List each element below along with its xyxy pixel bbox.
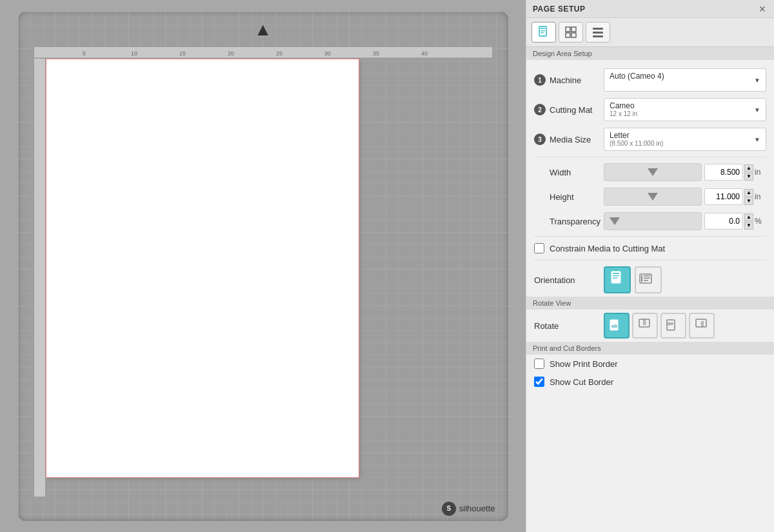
transparency-label-text: Transparency <box>534 217 599 226</box>
close-button[interactable]: ✕ <box>757 4 768 14</box>
width-row: Width ▲ ▼ in <box>526 160 774 184</box>
right-panel: PAGE SETUP ✕ <box>526 0 774 532</box>
width-input-group: ▲ ▼ in <box>704 164 766 181</box>
height-unit: in <box>755 192 766 201</box>
design-area-header: Design Area Setup <box>526 47 774 60</box>
show-print-border-checkbox[interactable] <box>534 359 544 369</box>
rotate-270-button[interactable]: ab <box>689 313 715 339</box>
rotate-buttons: ab ab ab <box>604 313 715 339</box>
machine-control[interactable]: Auto (Cameo 4) ▼ <box>604 68 766 92</box>
transparency-down-button[interactable]: ▼ <box>744 222 753 230</box>
portrait-button[interactable] <box>604 266 631 293</box>
width-unit: in <box>755 168 766 177</box>
svg-text:10: 10 <box>131 50 137 57</box>
svg-rect-27 <box>641 275 642 282</box>
silhouette-text: silhouette <box>459 504 495 513</box>
svg-rect-18 <box>571 33 576 37</box>
media-size-sub: (8.500 x 11.000 in) <box>610 140 663 148</box>
orientation-row: Orientation <box>526 263 774 297</box>
machine-dropdown[interactable]: Auto (Cameo 4) ▼ <box>604 68 766 92</box>
height-slider-thumb <box>648 193 658 201</box>
svg-text:5: 5 <box>83 50 86 57</box>
show-cut-border-label: Show Cut Border <box>550 377 613 387</box>
landscape-button[interactable] <box>635 266 662 293</box>
width-input[interactable] <box>704 164 743 181</box>
width-slider-thumb <box>648 168 658 176</box>
media-size-dropdown[interactable]: Letter (8.500 x 11.000 in) ▼ <box>604 128 766 151</box>
logo-area: S silhouette <box>442 502 495 516</box>
panel-tabs <box>526 18 774 47</box>
design-paper <box>46 59 359 478</box>
svg-text:20: 20 <box>228 50 234 57</box>
width-slider[interactable] <box>604 163 702 181</box>
cutting-mat: 5 10 15 20 25 30 35 40 ▲ S silhouette <box>18 12 508 521</box>
height-input[interactable] <box>704 188 743 205</box>
divider-2 <box>534 236 766 237</box>
rotate-180-icon: ab <box>665 317 682 334</box>
transparency-slider[interactable] <box>604 212 702 230</box>
width-spinners: ▲ ▼ <box>744 164 753 181</box>
tab-page[interactable] <box>531 22 556 43</box>
orientation-buttons <box>604 266 662 293</box>
tab-settings[interactable] <box>586 22 610 43</box>
svg-text:15: 15 <box>179 50 186 57</box>
step-1-badge: 1 <box>534 74 546 86</box>
svg-rect-28 <box>644 275 650 277</box>
svg-rect-21 <box>593 35 603 37</box>
svg-text:ab: ab <box>668 321 673 327</box>
svg-rect-15 <box>566 27 570 32</box>
divider-3 <box>534 260 766 261</box>
width-up-button[interactable]: ▲ <box>744 164 753 172</box>
svg-text:40: 40 <box>421 50 428 57</box>
height-row: Height ▲ ▼ in <box>526 184 774 209</box>
machine-arrow-icon: ▼ <box>754 77 760 84</box>
svg-rect-30 <box>644 280 648 281</box>
media-size-arrow-icon: ▼ <box>754 136 760 143</box>
panel-title: PAGE SETUP <box>533 5 585 14</box>
print-cut-header: Print and Cut Borders <box>526 342 774 355</box>
show-print-border-label: Show Print Border <box>550 359 618 369</box>
svg-rect-16 <box>571 27 576 32</box>
cutting-mat-control[interactable]: Cameo 12 x 12 in ▼ <box>604 98 766 121</box>
page-tab-icon <box>537 26 550 39</box>
cutting-mat-row: 2 Cutting Mat Cameo 12 x 12 in ▼ <box>526 95 774 124</box>
transparency-input[interactable] <box>704 213 743 230</box>
media-size-control[interactable]: Letter (8.500 x 11.000 in) ▼ <box>604 128 766 151</box>
transparency-unit: % <box>755 217 766 226</box>
rotate-90-button[interactable]: ab <box>632 313 658 339</box>
svg-rect-12 <box>541 28 545 29</box>
transparency-row: Transparency ▲ ▼ % <box>526 209 774 233</box>
rotate-0-button[interactable]: ab <box>604 313 630 339</box>
show-print-border-row: Show Print Border <box>526 355 774 373</box>
constrain-checkbox[interactable] <box>534 243 544 253</box>
divider-1 <box>534 157 766 157</box>
svg-rect-19 <box>593 28 603 30</box>
portrait-icon <box>610 271 624 289</box>
width-control: ▲ ▼ in <box>604 163 766 181</box>
svg-text:ab: ab <box>611 323 617 329</box>
panel-titlebar: PAGE SETUP ✕ <box>526 0 774 18</box>
width-down-button[interactable]: ▼ <box>744 173 753 181</box>
silhouette-icon: S <box>442 502 456 516</box>
tab-grid[interactable] <box>559 22 583 43</box>
height-down-button[interactable]: ▼ <box>744 197 753 205</box>
svg-rect-14 <box>541 32 544 34</box>
cutting-mat-sub: 12 x 12 in <box>610 110 637 118</box>
height-up-button[interactable]: ▲ <box>744 189 753 197</box>
svg-rect-24 <box>613 275 619 277</box>
rotate-view-header: Rotate View <box>526 297 774 310</box>
transparency-up-button[interactable]: ▲ <box>744 213 753 221</box>
svg-rect-13 <box>541 30 545 32</box>
show-cut-border-checkbox[interactable] <box>534 377 544 387</box>
height-slider[interactable] <box>604 188 702 206</box>
cutting-mat-arrow-icon: ▼ <box>754 106 760 113</box>
svg-rect-17 <box>566 33 570 37</box>
step-3-badge: 3 <box>534 133 546 145</box>
mat-arrow: ▲ <box>254 19 272 40</box>
machine-row: 1 Machine Auto (Cameo 4) ▼ <box>526 65 774 95</box>
rotate-180-button[interactable]: ab <box>660 313 686 339</box>
panel-content: 1 Machine Auto (Cameo 4) ▼ 2 Cutting Mat <box>526 60 774 532</box>
cutting-mat-dropdown[interactable]: Cameo 12 x 12 in ▼ <box>604 98 766 121</box>
svg-rect-25 <box>613 278 617 279</box>
media-size-label: 3 Media Size <box>534 133 599 145</box>
